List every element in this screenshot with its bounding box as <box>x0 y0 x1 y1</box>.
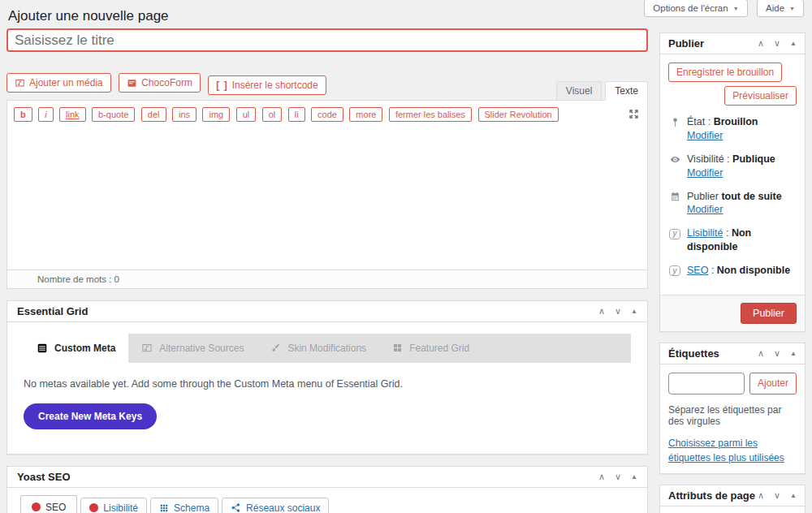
move-up-icon[interactable]: ∧ <box>598 306 605 317</box>
move-down-icon[interactable]: ∨ <box>615 472 621 482</box>
panel-controls: ∧ ∨ ▲ <box>598 306 637 317</box>
readability-row: y Lisibilité : Non disponible <box>668 226 797 254</box>
media-icon <box>141 343 153 354</box>
choose-tags-link[interactable]: Choisissez parmi les étiquettes les plus… <box>668 436 797 465</box>
schedule-prefix: Publier <box>687 191 721 202</box>
essential-grid-empty-text: No metas available yet. Add some through… <box>24 378 631 390</box>
quicktag-ul-button[interactable]: ul <box>236 107 257 122</box>
add-media-button[interactable]: Ajouter un média <box>6 73 111 93</box>
edit-visibility-link[interactable]: Modifier <box>687 167 723 179</box>
move-down-icon[interactable]: ∨ <box>774 490 780 501</box>
quicktag-ol-button[interactable]: ol <box>262 107 283 122</box>
seo-row: y SEO : Non disponible <box>668 264 797 278</box>
toggle-panel-icon[interactable]: ▲ <box>631 473 637 481</box>
toggle-panel-icon[interactable]: ▲ <box>631 308 637 315</box>
sidebar: Publier ∧ ∨ ▲ Enregistrer le brouillon P… <box>659 0 806 513</box>
quicktag-del-button[interactable]: del <box>141 107 166 122</box>
move-up-icon[interactable]: ∧ <box>758 38 764 49</box>
seo-score-dot-icon <box>32 502 41 511</box>
tab-skin-modifications[interactable]: Skin Modifications <box>257 334 379 363</box>
distraction-free-icon[interactable] <box>628 106 640 121</box>
status-value: Brouillon <box>714 116 758 127</box>
shortcode-brackets-icon: [ ] <box>216 80 227 91</box>
tab-label: SEO <box>45 502 66 513</box>
move-up-icon[interactable]: ∧ <box>758 490 764 501</box>
tab-label: Réseaux sociaux <box>246 502 320 513</box>
quicktag-link-button[interactable]: link <box>59 107 86 122</box>
quicktag-li-button[interactable]: li <box>288 107 305 122</box>
tab-social[interactable]: Réseaux sociaux <box>222 498 329 513</box>
panel-controls: ∧ ∨ ▲ <box>758 38 797 49</box>
screen-options-button[interactable]: Options de l'écran ▼ <box>644 0 747 17</box>
tags-hint: Séparez les étiquettes par des virgules <box>668 404 797 427</box>
screen-meta-links: Options de l'écran ▼ Aide ▼ <box>638 0 804 17</box>
toggle-panel-icon[interactable]: ▲ <box>790 492 797 499</box>
tab-readability[interactable]: Lisibilité <box>80 498 147 513</box>
tab-schema[interactable]: Schema <box>150 498 218 513</box>
quicktag-img-button[interactable]: img <box>202 107 230 122</box>
preview-button[interactable]: Prévisualiser <box>724 86 797 106</box>
panel-controls: ∧ ∨ ▲ <box>758 348 797 359</box>
add-media-label: Ajouter un média <box>29 77 103 88</box>
editor-textarea[interactable] <box>7 127 647 269</box>
tab-label: Lisibilité <box>103 502 138 513</box>
tab-label: Skin Modifications <box>287 343 366 354</box>
readability-link[interactable]: Lisibilité <box>687 227 723 239</box>
visibility-row: Visibilité : Publique Modifier <box>668 153 797 180</box>
create-meta-keys-button[interactable]: Create New Meta Keys <box>24 403 157 429</box>
insert-shortcode-button[interactable]: [ ] Insérer le shortcode <box>208 75 326 95</box>
move-down-icon[interactable]: ∨ <box>774 348 780 359</box>
grid-icon <box>392 343 403 353</box>
tags-input[interactable] <box>668 373 745 394</box>
tab-alternative-sources[interactable]: Alternative Sources <box>128 334 257 363</box>
brush-icon <box>270 343 281 354</box>
tab-visual[interactable]: Visuel <box>556 81 602 100</box>
add-tag-button[interactable]: Ajouter <box>749 373 797 394</box>
tab-featured-grid[interactable]: Featured Grid <box>379 334 482 363</box>
panel-controls: ∧ ∨ ▲ <box>758 490 797 501</box>
edit-schedule-link[interactable]: Modifier <box>687 204 723 215</box>
tab-label: Alternative Sources <box>159 343 244 354</box>
status-row: État : Brouillon Modifier <box>668 115 797 143</box>
chocoform-button[interactable]: ChocoForm <box>119 73 201 93</box>
help-button[interactable]: Aide ▼ <box>757 0 804 17</box>
toggle-panel-icon[interactable]: ▲ <box>790 350 797 357</box>
seo-link[interactable]: SEO <box>687 265 708 276</box>
visibility-value: Publique <box>732 153 775 165</box>
move-down-icon[interactable]: ∨ <box>615 306 621 317</box>
tab-text[interactable]: Texte <box>605 81 648 101</box>
quicktag-close-tags-button[interactable]: fermer les balises <box>389 107 472 122</box>
quicktag-bquote-button[interactable]: b-quote <box>92 107 135 122</box>
toggle-panel-icon[interactable]: ▲ <box>790 40 797 47</box>
yoast-seo-panel: Yoast SEO ∧ ∨ ▲ SEO Lisibilité <box>6 466 648 513</box>
schedule-row: Publier tout de suite Modifier <box>668 190 797 218</box>
move-up-icon[interactable]: ∧ <box>598 472 605 482</box>
yoast-icon: y <box>668 226 681 240</box>
screen-options-label: Options de l'écran <box>653 3 728 13</box>
calendar-icon <box>668 190 681 204</box>
post-title-input[interactable] <box>6 28 648 52</box>
list-icon <box>37 343 48 354</box>
tab-seo[interactable]: SEO <box>20 495 77 513</box>
edit-status-link[interactable]: Modifier <box>687 130 723 141</box>
move-up-icon[interactable]: ∧ <box>758 348 764 359</box>
quicktag-italic-button[interactable]: i <box>38 107 53 122</box>
publish-button[interactable]: Publier <box>741 303 797 324</box>
quicktag-more-button[interactable]: more <box>349 107 382 122</box>
yoast-title: Yoast SEO <box>17 471 71 483</box>
publish-panel-title: Publier <box>668 37 704 50</box>
essential-grid-tabs: Custom Meta Alternative Sources Skin Mod… <box>24 334 631 363</box>
save-draft-button[interactable]: Enregistrer le brouillon <box>668 63 782 82</box>
quicktag-ins-button[interactable]: ins <box>172 107 197 122</box>
chocoform-label: ChocoForm <box>141 77 192 88</box>
essential-grid-panel: Essential Grid ∧ ∨ ▲ Custom Meta Alterna… <box>6 300 648 455</box>
quicktag-slider-revolution-button[interactable]: Slider Revolution <box>478 107 559 122</box>
media-buttons: Ajouter un média ChocoForm [ ] Insérer l… <box>6 73 330 95</box>
media-icon <box>15 78 25 88</box>
quicktag-bold-button[interactable]: b <box>14 107 32 122</box>
move-down-icon[interactable]: ∨ <box>774 38 780 49</box>
tab-custom-meta[interactable]: Custom Meta <box>24 334 128 363</box>
quicktag-code-button[interactable]: code <box>311 107 343 122</box>
tags-panel: Étiquettes ∧ ∨ ▲ Ajouter Séparez les éti… <box>659 343 806 474</box>
seo-value: Non disponible <box>717 265 790 276</box>
